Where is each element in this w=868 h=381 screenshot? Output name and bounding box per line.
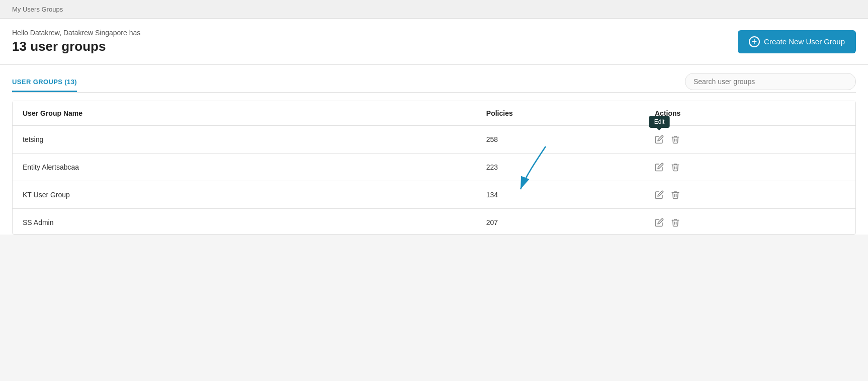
breadcrumb: My Users Groups [12,6,63,13]
delete-icon[interactable] [671,163,680,172]
table-body: tetsing 258 Edit [13,126,855,235]
create-user-group-button[interactable]: + Create New User Group [738,30,856,53]
delete-icon[interactable] [671,190,680,199]
table-wrap: User Group Name Policies Actions tetsing… [0,101,868,235]
cell-group-name: KT User Group [13,181,476,209]
tabs-search-row: USER GROUPS (13) [12,65,856,93]
delete-icon[interactable] [671,135,680,144]
search-box [685,73,856,90]
edit-icon[interactable] [655,218,664,227]
actions-cell [655,163,845,172]
col-header-policies: Policies [476,101,645,126]
page-wrapper: My Users Groups Hello Datakrew, Datakrew… [0,0,868,381]
search-input[interactable] [693,78,847,86]
header-subtitle: Hello Datakrew, Datakrew Singapore has [12,29,140,37]
user-groups-table: User Group Name Policies Actions tetsing… [13,101,855,234]
cell-actions [645,209,855,235]
header-title-section: Hello Datakrew, Datakrew Singapore has 1… [12,29,140,54]
table-row: SS Admin 207 [13,209,855,235]
table-row: tetsing 258 Edit [13,126,855,154]
tab-user-groups[interactable]: USER GROUPS (13) [12,78,77,92]
cell-group-name: SS Admin [13,209,476,235]
cell-group-name: Entity Alertsabcaa [13,154,476,181]
table-container: User Group Name Policies Actions tetsing… [12,101,856,235]
actions-cell: Edit [655,135,845,144]
create-button-label: Create New User Group [764,37,845,46]
header-count: 13 user groups [12,39,140,54]
table-row: Entity Alertsabcaa 223 [13,154,855,181]
content-card: USER GROUPS (13) User Group Name Policie… [0,65,868,235]
main-header: Hello Datakrew, Datakrew Singapore has 1… [0,19,868,65]
col-header-actions: Actions [645,101,855,126]
actions-cell [655,218,845,227]
edit-tooltip-wrapper: Edit [655,135,664,144]
cell-actions [645,154,855,181]
delete-icon[interactable] [671,218,680,227]
edit-icon[interactable] [655,190,664,199]
cell-actions [645,181,855,209]
edit-icon[interactable] [655,135,664,144]
cell-policies: 207 [476,209,645,235]
table-row: KT User Group 134 [13,181,855,209]
cell-actions: Edit [645,126,855,154]
cell-policies: 258 [476,126,645,154]
cell-policies: 134 [476,181,645,209]
edit-icon[interactable] [655,163,664,172]
cell-group-name: tetsing [13,126,476,154]
breadcrumb-bar: My Users Groups [0,0,868,19]
actions-cell [655,190,845,199]
col-header-name: User Group Name [13,101,476,126]
cell-policies: 223 [476,154,645,181]
plus-icon: + [749,36,760,47]
table-header: User Group Name Policies Actions [13,101,855,126]
